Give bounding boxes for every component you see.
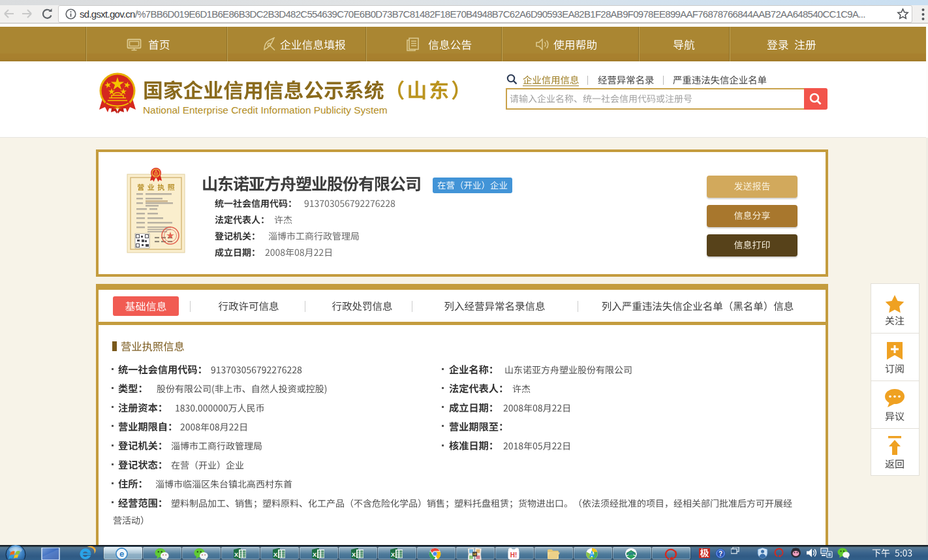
svg-text:X: X [352,552,356,558]
svg-text:X: X [273,552,277,558]
svg-text:X: X [391,552,395,558]
svg-text:X: X [234,552,238,558]
svg-text:?: ? [719,550,722,557]
svg-text:HI: HI [473,552,477,556]
svg-text:H!: H! [510,552,518,559]
svg-text:X: X [313,552,317,558]
svg-text:e: e [119,549,124,559]
